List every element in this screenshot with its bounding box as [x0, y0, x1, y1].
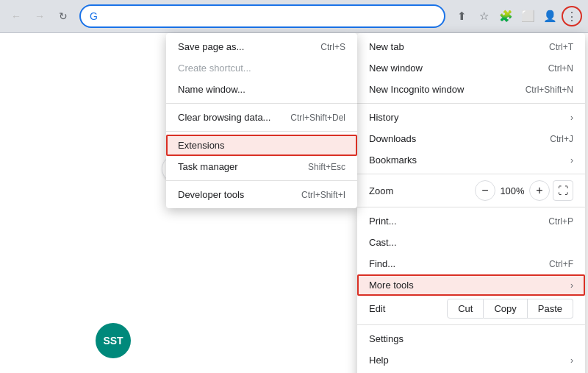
menu-item-bookmarks[interactable]: Bookmarks ›: [357, 149, 585, 171]
menu-item-settings[interactable]: Settings: [357, 328, 585, 349]
split-icon: ⬜: [521, 10, 535, 23]
zoom-controls: − 100% + ⛶: [475, 180, 573, 201]
submenu-item-task-manager[interactable]: Task manager Shift+Esc: [166, 156, 357, 177]
submenu-item-dev-tools-shortcut: Ctrl+Shift+I: [301, 190, 345, 200]
menu-item-print-shortcut: Ctrl+P: [548, 216, 573, 227]
bookmark-button[interactable]: ☆: [473, 6, 494, 26]
fullscreen-button[interactable]: ⛶: [553, 180, 573, 201]
submenu-item-extensions-label: Extensions: [178, 140, 225, 151]
browser-chrome: ← → ↻ G ⬆ ☆ 🧩 ⬜ 👤 ⋮: [0, 0, 588, 33]
menu-item-downloads-label: Downloads: [369, 133, 416, 144]
extensions-icon: 🧩: [499, 10, 513, 23]
submenu-item-create-shortcut[interactable]: Create shortcut...: [166, 57, 357, 79]
menu-item-incognito-shortcut: Ctrl+Shift+N: [526, 85, 573, 95]
address-bar[interactable]: G: [79, 4, 445, 28]
menu-item-print[interactable]: Print... Ctrl+P: [357, 210, 585, 232]
menu-item-history-label: History: [369, 112, 398, 123]
edit-row: Edit Cut Copy Paste: [357, 296, 585, 322]
back-button[interactable]: ←: [6, 6, 26, 26]
menu-icon: ⋮: [566, 10, 578, 24]
history-arrow: ›: [570, 113, 573, 123]
profile-icon: 👤: [543, 10, 557, 23]
menu-item-settings-label: Settings: [369, 333, 404, 344]
extensions-button[interactable]: 🧩: [495, 6, 516, 26]
bookmarks-arrow: ›: [570, 155, 573, 166]
menu-item-incognito-label: New Incognito window: [369, 84, 464, 95]
share-icon: ⬆: [457, 10, 467, 23]
submenu-item-clear-browsing-label: Clear browsing data...: [178, 112, 270, 123]
submenu-item-clear-browsing-shortcut: Ctrl+Shift+Del: [290, 113, 345, 123]
menu-item-find-shortcut: Ctrl+F: [549, 259, 573, 269]
menu-item-downloads-shortcut: Ctrl+J: [550, 134, 573, 144]
submenu-separator-3: [166, 180, 357, 181]
menu-item-help[interactable]: Help ›: [357, 349, 585, 371]
more-tools-arrow: ›: [570, 280, 573, 291]
submenu-item-name-window[interactable]: Name window...: [166, 79, 357, 100]
zoom-row: Zoom − 100% + ⛶: [357, 177, 585, 204]
menu-item-print-label: Print...: [369, 216, 397, 227]
submenu-separator-2: [166, 131, 357, 132]
submenu-item-save-page-shortcut: Ctrl+S: [320, 42, 345, 52]
toolbar-icons: ⬆ ☆ 🧩 ⬜ 👤 ⋮: [451, 6, 582, 26]
menu-item-history[interactable]: History ›: [357, 107, 585, 128]
separator-1: [357, 103, 585, 104]
forward-icon: →: [35, 10, 45, 22]
submenu-item-create-shortcut-label: Create shortcut...: [178, 63, 251, 74]
menu-item-find[interactable]: Find... Ctrl+F: [357, 253, 585, 274]
submenu-item-task-manager-shortcut: Shift+Esc: [308, 162, 345, 172]
separator-4: [357, 324, 585, 325]
submenu-item-dev-tools-label: Developer tools: [178, 189, 244, 200]
fullscreen-icon: ⛶: [558, 185, 568, 196]
menu-item-new-window-shortcut: Ctrl+N: [548, 63, 573, 74]
submenu-separator-1: [166, 103, 357, 104]
submenu-item-save-page-label: Save page as...: [178, 41, 244, 52]
submenu-item-name-window-label: Name window...: [178, 84, 245, 95]
profile-button[interactable]: 👤: [539, 6, 560, 26]
zoom-plus-icon: +: [536, 184, 542, 197]
zoom-label: Zoom: [369, 185, 393, 196]
menu-item-new-tab-label: New tab: [369, 41, 404, 52]
reload-button[interactable]: ↻: [53, 6, 74, 26]
menu-item-new-tab[interactable]: New tab Ctrl+T: [357, 36, 585, 57]
submenu-item-extensions[interactable]: Extensions: [166, 135, 357, 156]
address-text: G: [90, 10, 98, 22]
zoom-minus-icon: −: [481, 184, 488, 197]
zoom-plus-button[interactable]: +: [529, 180, 550, 201]
zoom-minus-button[interactable]: −: [475, 180, 495, 201]
cut-button[interactable]: Cut: [447, 299, 484, 319]
menu-item-new-tab-shortcut: Ctrl+T: [549, 42, 573, 52]
menu-item-cast[interactable]: Cast...: [357, 232, 585, 253]
paste-button[interactable]: Paste: [528, 299, 573, 319]
separator-2: [357, 174, 585, 174]
help-arrow: ›: [570, 355, 573, 366]
zoom-value: 100%: [498, 185, 526, 196]
menu-item-find-label: Find...: [369, 258, 395, 269]
menu-item-more-tools-label: More tools: [369, 280, 414, 291]
submenu-item-save-page[interactable]: Save page as... Ctrl+S: [166, 36, 357, 57]
back-icon: ←: [11, 10, 21, 22]
submenu-item-task-manager-label: Task manager: [178, 161, 238, 172]
menu-button[interactable]: ⋮: [562, 6, 582, 26]
split-button[interactable]: ⬜: [517, 6, 538, 26]
menu-item-help-label: Help: [369, 355, 389, 366]
submenu-more-tools: Save page as... Ctrl+S Create shortcut..…: [166, 33, 357, 208]
edit-label: Edit: [369, 303, 447, 314]
submenu-item-dev-tools[interactable]: Developer tools Ctrl+Shift+I: [166, 184, 357, 205]
submenu-item-clear-browsing[interactable]: Clear browsing data... Ctrl+Shift+Del: [166, 107, 357, 128]
menu-item-bookmarks-label: Bookmarks: [369, 154, 417, 166]
separator-3: [357, 207, 585, 207]
menu-item-downloads[interactable]: Downloads Ctrl+J: [357, 128, 585, 149]
reload-icon: ↻: [59, 10, 68, 22]
bookmark-icon: ☆: [479, 10, 489, 23]
share-button[interactable]: ⬆: [451, 6, 472, 26]
menu-item-cast-label: Cast...: [369, 237, 397, 248]
forward-button[interactable]: →: [29, 6, 50, 26]
chrome-menu: New tab Ctrl+T New window Ctrl+N New Inc…: [357, 33, 585, 373]
menu-item-new-window-label: New window: [369, 63, 423, 74]
copy-button[interactable]: Copy: [484, 299, 527, 319]
avatar: SST: [96, 323, 131, 358]
menu-item-more-tools[interactable]: More tools ›: [357, 274, 585, 296]
menu-item-incognito[interactable]: New Incognito window Ctrl+Shift+N: [357, 79, 585, 100]
menu-item-new-window[interactable]: New window Ctrl+N: [357, 57, 585, 79]
